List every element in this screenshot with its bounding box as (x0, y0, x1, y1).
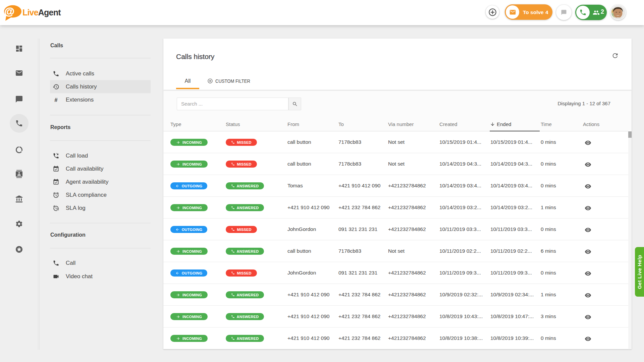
svg-text:@: @ (4, 6, 14, 17)
svg-text:#: # (54, 97, 57, 103)
